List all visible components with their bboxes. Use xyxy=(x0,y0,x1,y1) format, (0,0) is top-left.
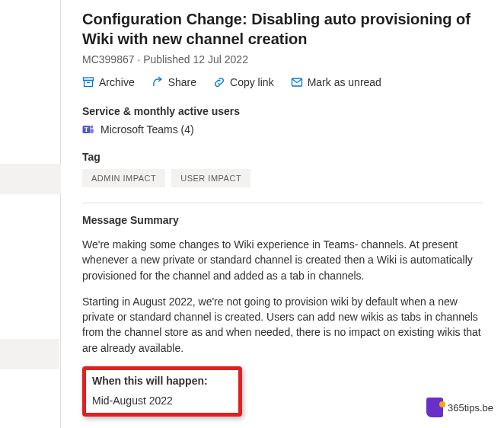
teams-icon: T xyxy=(82,123,94,136)
summary-paragraph: Starting in August 2022, we're not going… xyxy=(82,294,483,356)
copy-link-label: Copy link xyxy=(230,76,274,88)
highlight-value: Mid-August 2022 xyxy=(92,394,232,407)
sidebar-rail xyxy=(0,0,61,428)
sidebar-item[interactable] xyxy=(0,164,61,194)
archive-button[interactable]: Archive xyxy=(82,76,135,88)
message-meta: MC399867 · Published 12 Jul 2022 xyxy=(82,53,483,65)
tag-pill: USER IMPACT xyxy=(171,169,250,187)
svg-rect-7 xyxy=(91,129,94,133)
svg-text:T: T xyxy=(85,126,89,133)
mark-unread-label: Mark as unread xyxy=(308,76,381,88)
watermark-logo-icon xyxy=(426,398,443,417)
watermark: 365tips.be xyxy=(426,398,493,417)
tag-section-label: Tag xyxy=(82,151,483,163)
summary-heading: Message Summary xyxy=(82,214,483,226)
archive-icon xyxy=(82,76,94,88)
link-icon xyxy=(213,76,225,88)
page-title: Configuration Change: Disabling auto pro… xyxy=(82,9,483,49)
watermark-text: 365tips.be xyxy=(448,402,493,414)
mail-icon xyxy=(291,76,303,88)
archive-label: Archive xyxy=(99,76,135,88)
message-panel: Configuration Change: Disabling auto pro… xyxy=(61,0,504,428)
tag-pill: ADMIN IMPACT xyxy=(82,169,165,187)
divider xyxy=(82,203,483,203)
copy-link-button[interactable]: Copy link xyxy=(213,76,274,88)
tag-list: ADMIN IMPACT USER IMPACT xyxy=(82,169,483,187)
summary-paragraph: We're making some changes to Wiki experi… xyxy=(82,237,483,283)
svg-point-6 xyxy=(91,126,94,129)
sidebar-item[interactable] xyxy=(0,339,59,369)
share-icon xyxy=(152,76,164,88)
mark-unread-button[interactable]: Mark as unread xyxy=(291,76,381,88)
share-button[interactable]: Share xyxy=(152,76,196,88)
service-row: T Microsoft Teams (4) xyxy=(82,123,483,136)
service-section-label: Service & monthly active users xyxy=(82,105,483,117)
highlight-heading: When this will happen: xyxy=(92,375,232,387)
highlight-callout: When this will happen: Mid-August 2022 xyxy=(82,366,242,417)
service-name: Microsoft Teams (4) xyxy=(100,123,194,136)
action-bar: Archive Share Copy link Mark as unread xyxy=(82,76,483,88)
svg-rect-1 xyxy=(85,81,93,87)
share-label: Share xyxy=(168,76,196,88)
